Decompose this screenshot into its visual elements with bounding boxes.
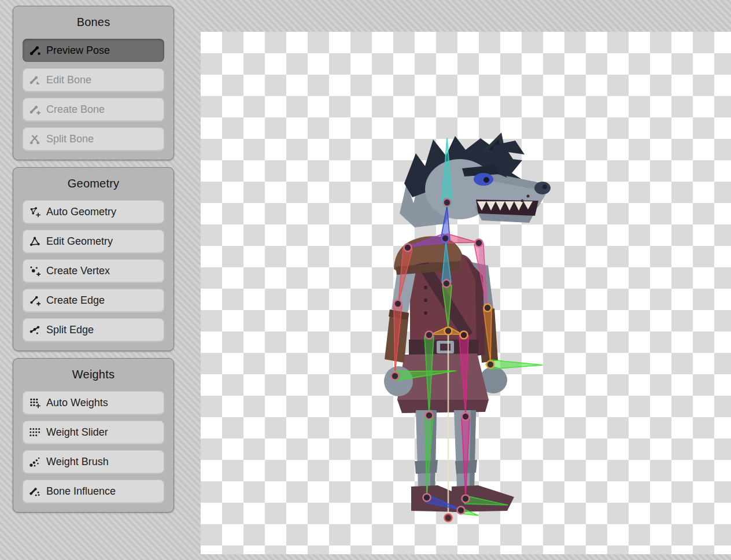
auto-weights-icon xyxy=(28,396,41,409)
button-label: Create Vertex xyxy=(46,265,110,277)
create-vertex-icon xyxy=(28,264,41,277)
button-label: Preview Pose xyxy=(46,45,110,57)
button-label: Create Edge xyxy=(46,294,105,307)
button-label: Weight Slider xyxy=(46,426,108,439)
weight-slider-icon xyxy=(28,426,41,439)
auto-geometry-button[interactable]: Auto Geometry xyxy=(23,200,164,223)
bone-joint[interactable] xyxy=(487,361,494,369)
bone-joint[interactable] xyxy=(444,199,451,207)
bone-joint[interactable] xyxy=(426,331,433,339)
bone-joint[interactable] xyxy=(460,331,468,339)
split-edge-button[interactable]: Split Edge xyxy=(23,318,164,341)
create-edge-button[interactable]: Create Edge xyxy=(23,289,164,312)
bone-joint[interactable] xyxy=(426,412,433,419)
bone-joint[interactable] xyxy=(462,413,470,421)
button-label: Auto Geometry xyxy=(46,206,116,218)
edit-geometry-button[interactable]: Edit Geometry xyxy=(23,230,164,253)
split-edge-icon xyxy=(28,323,41,336)
button-label: Edit Bone xyxy=(46,74,91,86)
bone-joint[interactable] xyxy=(442,235,449,242)
bone-influence-icon xyxy=(28,485,41,498)
bones-panel: Bones Preview Pose Edit Bone xyxy=(13,6,174,160)
bone-joint[interactable] xyxy=(462,495,470,503)
weight-brush-button[interactable]: Weight Brush xyxy=(23,450,164,473)
create-vertex-button[interactable]: Create Vertex xyxy=(23,259,164,282)
bone-influence-button[interactable]: Bone Influence xyxy=(23,480,164,503)
create-bone-button[interactable]: Create Bone xyxy=(23,98,164,121)
create-edge-icon xyxy=(28,294,41,307)
tool-sidebar: Bones Preview Pose Edit Bone xyxy=(13,6,174,513)
edit-bone-icon xyxy=(28,73,41,86)
create-bone-icon xyxy=(28,103,41,116)
bone-joint[interactable] xyxy=(392,373,399,380)
sprite-canvas[interactable] xyxy=(201,32,731,554)
button-label: Split Edge xyxy=(46,324,94,336)
button-label: Split Bone xyxy=(46,133,94,145)
edit-bone-button[interactable]: Edit Bone xyxy=(23,68,164,91)
edit-geometry-icon xyxy=(28,235,41,248)
sprite-scene xyxy=(201,32,731,554)
bones-panel-title: Bones xyxy=(23,14,164,30)
bone-joint[interactable] xyxy=(457,507,465,514)
button-label: Edit Geometry xyxy=(46,235,113,248)
button-label: Bone Influence xyxy=(46,485,116,498)
weight-brush-icon xyxy=(28,455,41,468)
bone-joint[interactable] xyxy=(394,300,402,308)
split-bone-button[interactable]: Split Bone xyxy=(23,127,164,150)
bone-joint[interactable] xyxy=(445,327,452,335)
bone-joint[interactable] xyxy=(445,514,452,522)
split-bone-icon xyxy=(28,132,41,145)
weights-panel: Weights Auto Weights Weight Slider xyxy=(13,358,174,513)
weights-panel-title: Weights xyxy=(23,367,164,382)
bone-joint[interactable] xyxy=(443,280,451,288)
button-label: Create Bone xyxy=(46,104,105,116)
preview-pose-button[interactable]: Preview Pose xyxy=(23,39,164,62)
bone-joint[interactable] xyxy=(404,244,412,252)
button-label: Weight Brush xyxy=(46,456,109,468)
weight-slider-button[interactable]: Weight Slider xyxy=(23,421,164,444)
skinning-editor: Bones Preview Pose Edit Bone xyxy=(0,0,731,560)
bone-joint[interactable] xyxy=(484,304,492,312)
auto-weights-button[interactable]: Auto Weights xyxy=(23,391,164,414)
preview-pose-icon xyxy=(28,44,41,57)
button-label: Auto Weights xyxy=(46,397,108,409)
bone-joint[interactable] xyxy=(475,240,483,247)
auto-geometry-icon xyxy=(28,205,41,218)
geometry-panel: Geometry Auto Geometry Edit xyxy=(13,167,174,351)
bone-joint[interactable] xyxy=(423,494,431,502)
geometry-panel-title: Geometry xyxy=(23,176,164,191)
